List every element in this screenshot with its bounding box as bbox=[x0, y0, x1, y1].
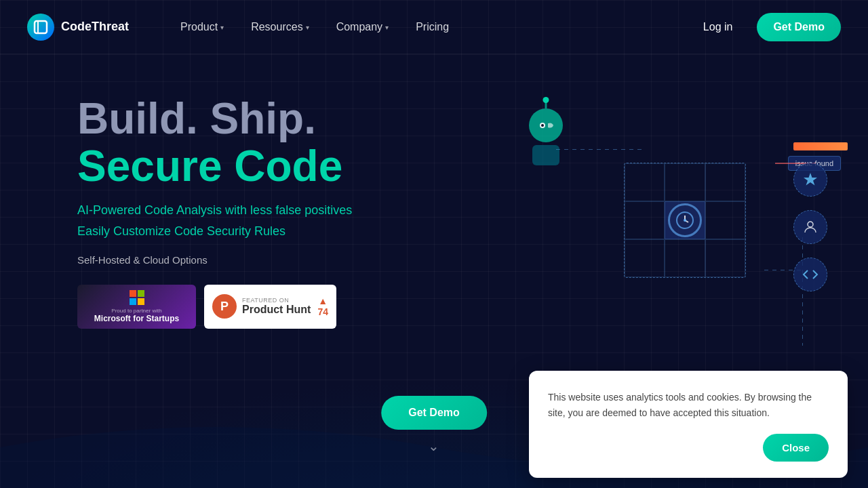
grid-cell bbox=[665, 163, 705, 201]
grid-panel bbox=[624, 163, 746, 278]
hero-title-line2: Secure Code bbox=[77, 142, 488, 190]
robot-antenna bbox=[545, 100, 547, 108]
grid-cell-center bbox=[665, 201, 705, 239]
svg-point-7 bbox=[541, 124, 544, 127]
microsoft-logo bbox=[130, 290, 144, 305]
grid-cell bbox=[665, 239, 705, 277]
svg-point-12 bbox=[808, 222, 813, 227]
svg-rect-5 bbox=[138, 298, 144, 305]
hero-hosted: Self-Hosted & Cloud Options bbox=[77, 254, 488, 266]
ph-name: Product Hunt bbox=[242, 304, 312, 316]
svg-rect-0 bbox=[35, 21, 47, 33]
icon-circle-1 bbox=[793, 163, 827, 197]
grid-cell bbox=[705, 201, 745, 239]
clock-icon bbox=[668, 203, 702, 237]
hero-sub2: Easily Customize Code Security Rules bbox=[77, 222, 488, 241]
hero-title-line1: Build. Ship. bbox=[77, 95, 488, 142]
partner-badges: Proud to partner with Microsoft for Star… bbox=[77, 285, 488, 329]
grid-cell bbox=[625, 163, 665, 201]
robot-figure bbox=[529, 108, 563, 165]
nav-links: Product ▾ Resources ▾ Company ▾ Pricing bbox=[170, 16, 690, 39]
nav-pricing[interactable]: Pricing bbox=[405, 16, 460, 39]
nav-product[interactable]: Product ▾ bbox=[170, 16, 235, 39]
cookie-close-button[interactable]: Close bbox=[763, 434, 829, 462]
ph-featured-label: FEATURED ON bbox=[242, 297, 312, 304]
icon-circle-2 bbox=[793, 210, 827, 244]
chevron-down-icon: ▾ bbox=[306, 24, 309, 31]
microsoft-badge-line1: Proud to partner with bbox=[111, 308, 161, 314]
navbar: CodeThreat Product ▾ Resources ▾ Company… bbox=[0, 0, 868, 54]
grid-cell bbox=[625, 201, 665, 239]
svg-rect-2 bbox=[130, 290, 136, 297]
cookie-notice: This website uses analytics tools and co… bbox=[529, 371, 848, 478]
chevron-down-icon: ▾ bbox=[385, 24, 389, 31]
logo[interactable]: CodeThreat bbox=[27, 14, 129, 41]
icon-circle-3 bbox=[793, 258, 827, 291]
scroll-down-icon: ⌄ bbox=[428, 438, 439, 454]
side-icons bbox=[793, 163, 827, 291]
robot-body bbox=[532, 145, 559, 165]
svg-rect-3 bbox=[138, 290, 144, 297]
get-demo-hero-button[interactable]: Get Demo bbox=[381, 396, 487, 430]
product-hunt-logo: P bbox=[212, 294, 237, 319]
product-hunt-badge[interactable]: P FEATURED ON Product Hunt ▲ 74 bbox=[204, 285, 336, 329]
cookie-btn-row: Close bbox=[548, 434, 829, 462]
issue-bar bbox=[793, 142, 848, 150]
nav-company[interactable]: Company ▾ bbox=[326, 16, 399, 39]
upvote-icon: ▲ bbox=[318, 296, 328, 306]
logo-icon bbox=[27, 14, 54, 41]
svg-point-11 bbox=[684, 219, 686, 222]
brand-name: CodeThreat bbox=[61, 20, 129, 34]
ph-vote-count: ▲ 74 bbox=[317, 296, 328, 317]
microsoft-badge[interactable]: Proud to partner with Microsoft for Star… bbox=[77, 285, 196, 329]
grid-cell bbox=[705, 163, 745, 201]
login-button[interactable]: Log in bbox=[690, 14, 747, 40]
hero-sub1: AI-Powered Code Analysis with less false… bbox=[77, 201, 488, 220]
get-demo-nav-button[interactable]: Get Demo bbox=[757, 13, 841, 41]
hero-cta-bottom: Get Demo ⌄ bbox=[381, 396, 487, 454]
grid-cell bbox=[625, 239, 665, 277]
robot-head bbox=[529, 108, 563, 142]
connect-line-h bbox=[556, 149, 644, 150]
chevron-down-icon: ▾ bbox=[220, 24, 224, 31]
nav-resources[interactable]: Resources ▾ bbox=[240, 16, 319, 39]
svg-rect-4 bbox=[130, 298, 136, 305]
cookie-text: This website uses analytics tools and co… bbox=[548, 390, 829, 420]
microsoft-badge-line2: Microsoft for Startups bbox=[94, 314, 179, 323]
grid-cell bbox=[705, 239, 745, 277]
product-hunt-text: FEATURED ON Product Hunt bbox=[242, 297, 312, 316]
nav-right: Log in Get Demo bbox=[690, 13, 841, 41]
